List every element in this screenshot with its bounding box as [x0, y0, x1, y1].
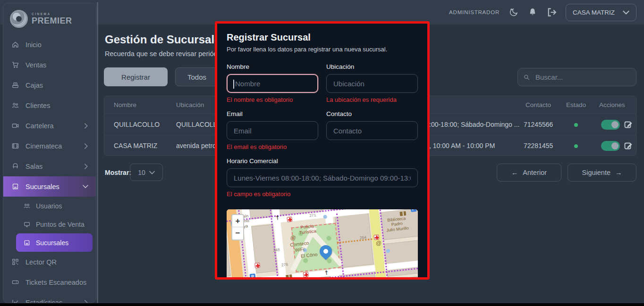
logout-icon[interactable] [546, 7, 557, 17]
film-icon [12, 142, 19, 149]
previous-page-button[interactable]: ← Anterior [497, 164, 561, 182]
page-size-label: Mostrar: [105, 169, 131, 176]
status-toggle[interactable] [601, 141, 620, 151]
sidebar-item-sucursales[interactable]: Sucursales [3, 176, 96, 197]
contacto-input-wrapper [326, 121, 418, 140]
cart-icon [12, 61, 19, 68]
bottom-edge-bar [0, 303, 644, 306]
sidebar-item-cajas[interactable]: Cajas [3, 75, 96, 95]
horario-input[interactable] [233, 174, 412, 182]
nombre-input[interactable] [233, 79, 312, 88]
chevron-down-icon [149, 171, 155, 174]
map-zoom-out-button[interactable]: − [232, 227, 243, 240]
submenu-item-label: Puntos de Venta [36, 221, 85, 228]
sidebar-item-lector-qr[interactable]: Lector QR [3, 252, 96, 272]
submenu-item-sucursales[interactable]: Sucursales [16, 233, 93, 252]
notifications-bell-icon[interactable] [528, 8, 537, 17]
store-icon [24, 240, 30, 246]
sidebar: CINEMA PREMIER Inicio Ventas Cajas Clien… [3, 3, 96, 303]
sidebar-item-cartelera[interactable]: Cartelera [3, 116, 96, 136]
sidebar-item-estadisticas[interactable]: Estadísticas [3, 292, 96, 303]
modal-title: Registrar Sucursal [227, 32, 418, 43]
home-icon [12, 41, 19, 48]
text-caret [233, 80, 234, 89]
cell-contacto: 72281455 [524, 142, 553, 149]
chart-icon [12, 299, 19, 303]
map-parking-icon: P [249, 273, 255, 280]
edit-icon[interactable] [624, 141, 633, 150]
page-size-dropdown[interactable]: 10 [130, 164, 163, 181]
map-internet-icon: @ [290, 234, 296, 241]
sidebar-item-label: Ventas [25, 61, 88, 69]
field-error: El email es obligatorio [227, 143, 318, 151]
sidebar-item-ventas[interactable]: Ventas [3, 55, 96, 75]
edit-icon[interactable] [624, 120, 633, 129]
sidebar-item-label: Salas [25, 163, 77, 170]
ubicacion-input-wrapper [326, 74, 418, 93]
ubicacion-input[interactable] [332, 79, 412, 88]
nombre-input-wrapper [227, 74, 318, 93]
submenu-item-puntos-de-venta[interactable]: Puntos de Venta [16, 215, 93, 233]
next-page-button[interactable]: Siguiente → [568, 164, 636, 182]
cell-nombre: QUILLACOLLO [114, 121, 160, 128]
sidebar-item-label: Inicio [25, 41, 88, 49]
field-error: El campo es obligatorio [227, 190, 418, 198]
sidebar-item-tickets-escaneados[interactable]: Tickets Escaneados [3, 272, 96, 292]
cell-horario: , 10:00 AM - 10:00 PM [429, 142, 495, 149]
map-library-label: Biblioteca Padro Julio Murillo [385, 216, 409, 233]
map-library-icon [399, 211, 406, 216]
field-label: Contacto [326, 110, 418, 117]
brand-premier-text: PREMIER [32, 16, 72, 26]
map-church-cross-icon: † [324, 269, 328, 276]
field-error: La ubicación es requerida [326, 96, 418, 104]
contacto-input[interactable] [332, 126, 412, 135]
submenu-item-label: Sucursales [36, 239, 68, 247]
horario-input-wrapper [227, 168, 418, 187]
pos-monitor-icon [24, 221, 30, 228]
location-map[interactable]: P P P † † † @ @ Joaquín Zenteno Anaya Po… [227, 209, 418, 280]
field-contacto: Contacto [326, 110, 418, 157]
page-subtitle: Recuerda que se debe revisar periód [105, 50, 218, 58]
dark-mode-moon-icon[interactable] [508, 7, 519, 17]
sidebar-item-clientes[interactable]: Clientes [3, 95, 96, 116]
sidebar-item-label: Clientes [25, 102, 88, 109]
register-button[interactable]: Registrar [104, 67, 168, 86]
ticket-icon [12, 279, 19, 286]
map-pharmacy-icon [287, 216, 292, 222]
field-label: Horario Comercial [227, 157, 418, 165]
store-icon [12, 183, 19, 190]
qr-icon [12, 258, 19, 265]
branch-selector-dropdown[interactable]: CASA MATRIZ [566, 4, 636, 21]
modal-subtitle: Por favor llena los datos para registrar… [227, 46, 418, 53]
sidebar-item-cinemateca[interactable]: Cinemateca [3, 136, 96, 156]
search-box [517, 68, 636, 86]
submenu-item-usuarios[interactable]: Usuarios [16, 197, 93, 215]
filter-todos-button[interactable]: Todos [175, 67, 219, 86]
arrow-right-icon: → [615, 169, 622, 176]
map-tree [303, 258, 308, 263]
sidebar-item-inicio[interactable]: Inicio [3, 34, 96, 55]
status-dot [574, 123, 578, 127]
map-church-cross-icon: † [276, 214, 280, 221]
status-toggle[interactable] [601, 120, 620, 130]
col-header-contacto: Contacto [525, 101, 551, 108]
sidebar-scrollbar[interactable] [97, 2, 98, 303]
sidebar-item-label: Cajas [25, 82, 88, 89]
sidebar-item-salas[interactable]: Salas [3, 156, 96, 176]
modal-form: Nombre El nombre es obligatorio Ubicació… [227, 63, 418, 205]
chevron-down-icon [83, 184, 88, 189]
email-input[interactable] [233, 126, 312, 135]
map-tree [327, 258, 332, 264]
users-icon [12, 102, 19, 109]
search-input[interactable] [534, 73, 630, 82]
seat-icon [12, 163, 19, 170]
col-header-acciones: Acciones [599, 101, 625, 108]
map-zoom-in-button[interactable]: + [232, 215, 243, 227]
brand-cinema-text: CINEMA [32, 12, 72, 16]
cell-nombre: CASA MATRIZ [114, 142, 157, 149]
map-wifi-label: Comteco WiFi: [290, 240, 310, 253]
sidebar-item-label: Tickets Escaneados [25, 279, 88, 286]
chevron-right-icon [84, 123, 88, 129]
branch-selector-label: CASA MATRIZ [573, 9, 615, 16]
email-input-wrapper [227, 121, 318, 140]
